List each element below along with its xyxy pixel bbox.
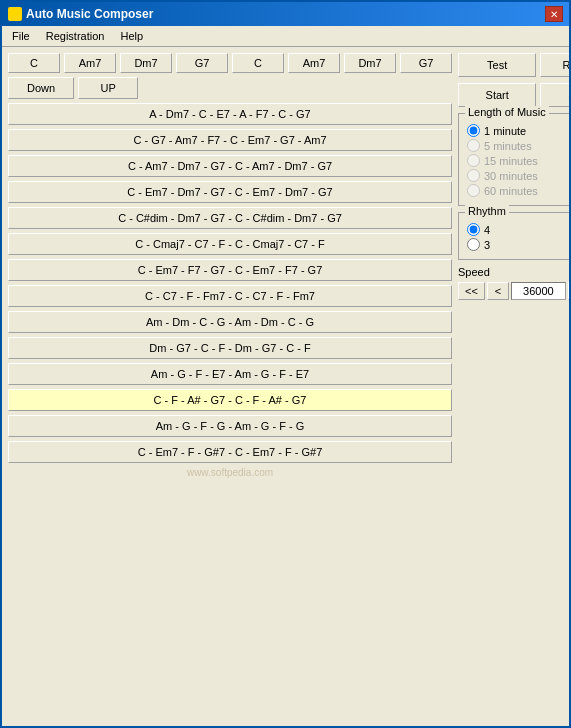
length-label: Length of Music	[465, 106, 549, 118]
speed-input[interactable]	[511, 282, 566, 300]
chord-btn-4[interactable]: C	[232, 53, 284, 73]
sequence-6[interactable]: C - Em7 - F7 - G7 - C - Em7 - F7 - G7	[8, 259, 452, 281]
app-icon	[8, 7, 22, 21]
rhythm-group: Rhythm 4 3	[458, 212, 569, 260]
down-button[interactable]: Down	[8, 77, 74, 99]
rhythm-4-radio[interactable]	[467, 223, 480, 236]
sequence-10[interactable]: Am - G - F - E7 - Am - G - F - E7	[8, 363, 452, 385]
sequence-2[interactable]: C - Am7 - Dm7 - G7 - C - Am7 - Dm7 - G7	[8, 155, 452, 177]
sequence-4[interactable]: C - C#dim - Dm7 - G7 - C - C#dim - Dm7 -…	[8, 207, 452, 229]
speed-next-btn[interactable]: >	[568, 282, 569, 300]
chord-btn-7[interactable]: G7	[400, 53, 452, 73]
menu-registration[interactable]: Registration	[40, 28, 111, 44]
test-replay-row: Test Replay	[458, 53, 569, 77]
start-stop-row: Start Stop	[458, 83, 569, 107]
direction-row: Down UP	[8, 77, 452, 99]
speed-controls: << < > >>	[458, 282, 569, 300]
sequence-3[interactable]: C - Em7 - Dm7 - G7 - C - Em7 - Dm7 - G7	[8, 181, 452, 203]
rhythm-label: Rhythm	[465, 205, 509, 217]
sequence-12[interactable]: Am - G - F - G - Am - G - F - G	[8, 415, 452, 437]
window-title: Auto Music Composer	[26, 7, 153, 21]
chord-btn-5[interactable]: Am7	[288, 53, 340, 73]
length-60min-radio	[467, 184, 480, 197]
title-bar: Auto Music Composer ✕	[2, 2, 569, 26]
menu-bar: File Registration Help	[2, 26, 569, 47]
chord-btn-3[interactable]: G7	[176, 53, 228, 73]
length-60min: 60 minutes	[467, 184, 569, 197]
sequence-9[interactable]: Dm - G7 - C - F - Dm - G7 - C - F	[8, 337, 452, 359]
stop-button[interactable]: Stop	[540, 83, 569, 107]
chord-btn-2[interactable]: Dm7	[120, 53, 172, 73]
length-5min-radio	[467, 139, 480, 152]
length-group: Length of Music 1 minute 5 minutes 15 mi…	[458, 113, 569, 206]
length-radio-group: 1 minute 5 minutes 15 minutes 30 minutes	[467, 124, 569, 197]
length-30min-radio	[467, 169, 480, 182]
menu-file[interactable]: File	[6, 28, 36, 44]
menu-help[interactable]: Help	[114, 28, 149, 44]
watermark: www.softpedia.com	[8, 467, 452, 478]
sequence-1[interactable]: C - G7 - Am7 - F7 - C - Em7 - G7 - Am7	[8, 129, 452, 151]
length-15min: 15 minutes	[467, 154, 569, 167]
chord-btn-0[interactable]: C	[8, 53, 60, 73]
test-button[interactable]: Test	[458, 53, 536, 77]
rhythm-3-radio[interactable]	[467, 238, 480, 251]
left-panel: C Am7 Dm7 G7 C Am7 Dm7 G7 Down UP A - Dm…	[8, 53, 452, 720]
start-button[interactable]: Start	[458, 83, 536, 107]
sequence-13[interactable]: C - Em7 - F - G#7 - C - Em7 - F - G#7	[8, 441, 452, 463]
chord-btn-1[interactable]: Am7	[64, 53, 116, 73]
main-window: Auto Music Composer ✕ File Registration …	[0, 0, 571, 728]
rhythm-radio-group: 4 3	[467, 223, 569, 251]
sequence-5[interactable]: C - Cmaj7 - C7 - F - C - Cmaj7 - C7 - F	[8, 233, 452, 255]
chord-btn-6[interactable]: Dm7	[344, 53, 396, 73]
length-1min-radio[interactable]	[467, 124, 480, 137]
speed-section: Speed << < > >>	[458, 266, 569, 300]
up-button[interactable]: UP	[78, 77, 138, 99]
length-15min-radio	[467, 154, 480, 167]
length-1min[interactable]: 1 minute	[467, 124, 569, 137]
rhythm-4[interactable]: 4	[467, 223, 569, 236]
main-content: C Am7 Dm7 G7 C Am7 Dm7 G7 Down UP A - Dm…	[2, 47, 569, 726]
length-30min: 30 minutes	[467, 169, 569, 182]
speed-label: Speed	[458, 266, 569, 278]
rhythm-3[interactable]: 3	[467, 238, 569, 251]
speed-rewind-btn[interactable]: <<	[458, 282, 485, 300]
chord-row: C Am7 Dm7 G7 C Am7 Dm7 G7	[8, 53, 452, 73]
sequence-11[interactable]: C - F - A# - G7 - C - F - A# - G7	[8, 389, 452, 411]
title-bar-left: Auto Music Composer	[8, 7, 153, 21]
speed-prev-btn[interactable]: <	[487, 282, 509, 300]
right-panel: Test Replay Start Stop Length of Music 1…	[458, 53, 569, 720]
replay-button[interactable]: Replay	[540, 53, 569, 77]
sequence-8[interactable]: Am - Dm - C - G - Am - Dm - C - G	[8, 311, 452, 333]
sequence-0[interactable]: A - Dm7 - C - E7 - A - F7 - C - G7	[8, 103, 452, 125]
close-button[interactable]: ✕	[545, 6, 563, 22]
sequence-7[interactable]: C - C7 - F - Fm7 - C - C7 - F - Fm7	[8, 285, 452, 307]
length-5min: 5 minutes	[467, 139, 569, 152]
